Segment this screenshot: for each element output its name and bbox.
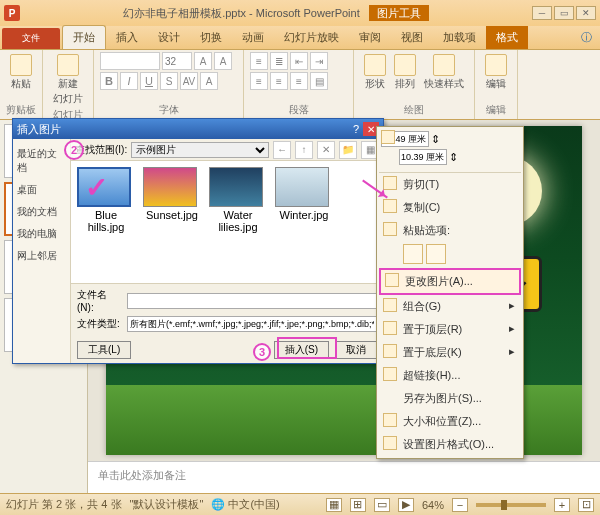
menu-change-picture[interactable]: 更改图片(A)... xyxy=(379,268,521,295)
file-item[interactable]: Winter.jpg xyxy=(275,167,333,221)
menu-format-pic[interactable]: 设置图片格式(O)... xyxy=(379,433,521,456)
app-logo: P xyxy=(4,5,20,21)
insert-button[interactable]: 插入(S) xyxy=(274,341,329,359)
restore-button[interactable]: ▭ xyxy=(554,6,574,20)
filetype-label: 文件类型: xyxy=(77,317,123,331)
delete-icon[interactable]: ✕ xyxy=(317,141,335,159)
dialog-help-icon[interactable]: ? xyxy=(353,123,359,135)
sorter-view-button[interactable]: ⊞ xyxy=(350,498,366,512)
editing-button[interactable]: 编辑 xyxy=(481,52,511,93)
align-left-button[interactable]: ≡ xyxy=(250,72,268,90)
font-family-input[interactable] xyxy=(100,52,160,70)
place-network[interactable]: 网上邻居 xyxy=(15,245,68,267)
tab-view[interactable]: 视图 xyxy=(391,26,433,49)
underline-button[interactable]: U xyxy=(140,72,158,90)
paste-icon xyxy=(383,222,397,236)
shrink-font-icon[interactable]: A xyxy=(214,52,232,70)
tools-button[interactable]: 工具(L) xyxy=(77,341,131,359)
tab-format[interactable]: 格式 xyxy=(486,26,528,49)
minimize-button[interactable]: ─ xyxy=(532,6,552,20)
cancel-button[interactable]: 取消 xyxy=(335,341,377,359)
indent-dec-button[interactable]: ⇤ xyxy=(290,52,308,70)
back-icon xyxy=(383,344,397,358)
height-input[interactable] xyxy=(399,149,447,165)
arrange-button[interactable]: 排列 xyxy=(390,52,420,93)
place-desktop[interactable]: 桌面 xyxy=(15,179,68,201)
tab-file[interactable]: 文件 xyxy=(2,28,60,49)
numbering-button[interactable]: ≣ xyxy=(270,52,288,70)
tab-slideshow[interactable]: 幻灯片放映 xyxy=(274,26,349,49)
tab-addins[interactable]: 加载项 xyxy=(433,26,486,49)
menu-bring-front[interactable]: 置于顶层(R)▸ xyxy=(379,318,521,341)
language-indicator[interactable]: 🌐 中文(中国) xyxy=(211,497,279,512)
paste-opt-1[interactable] xyxy=(403,244,423,264)
help-icon[interactable]: ⓘ xyxy=(575,26,598,49)
filetype-input[interactable] xyxy=(127,316,377,332)
newfolder-icon[interactable]: 📁 xyxy=(339,141,357,159)
dialog-places-bar: 最近的文档 桌面 我的文档 我的电脑 网上邻居 xyxy=(13,139,71,363)
paste-opt-2[interactable] xyxy=(426,244,446,264)
file-item[interactable]: Sunset.jpg xyxy=(143,167,201,221)
fit-button[interactable]: ⊡ xyxy=(578,498,594,512)
zoom-slider[interactable] xyxy=(476,503,546,507)
back-icon[interactable]: ← xyxy=(273,141,291,159)
front-icon xyxy=(383,321,397,335)
shapes-button[interactable]: 形状 xyxy=(360,52,390,93)
columns-button[interactable]: ▤ xyxy=(310,72,328,90)
zoom-in-button[interactable]: + xyxy=(554,498,570,512)
indent-inc-button[interactable]: ⇥ xyxy=(310,52,328,70)
menu-copy[interactable]: 复制(C) xyxy=(379,196,521,219)
reading-view-button[interactable]: ▭ xyxy=(374,498,390,512)
file-item[interactable]: Water lilies.jpg xyxy=(209,167,267,233)
link-icon xyxy=(383,367,397,381)
slide-info: 幻灯片 第 2 张，共 4 张 xyxy=(6,497,122,512)
format-icon xyxy=(383,436,397,450)
picture-tools-label: 图片工具 xyxy=(369,5,429,21)
menu-send-back[interactable]: 置于底层(K)▸ xyxy=(379,341,521,364)
bold-button[interactable]: B xyxy=(100,72,118,90)
align-center-button[interactable]: ≡ xyxy=(270,72,288,90)
menu-group[interactable]: 组合(G)▸ xyxy=(379,295,521,318)
shadow-button[interactable]: AV xyxy=(180,72,198,90)
file-list[interactable]: ✓Blue hills.jpgSunset.jpgWater lilies.jp… xyxy=(71,161,383,283)
callout-2: 2 xyxy=(64,140,84,160)
normal-view-button[interactable]: ▦ xyxy=(326,498,342,512)
clipboard-group-label: 剪贴板 xyxy=(6,103,36,117)
notes-pane[interactable]: 单击此处添加备注 xyxy=(88,461,600,493)
quick-styles-button[interactable]: 快速样式 xyxy=(420,52,468,93)
font-color-button[interactable]: A xyxy=(200,72,218,90)
place-mydocs[interactable]: 我的文档 xyxy=(15,201,68,223)
grow-font-icon[interactable]: A xyxy=(194,52,212,70)
up-icon[interactable]: ↑ xyxy=(295,141,313,159)
menu-hyperlink[interactable]: 超链接(H)... xyxy=(379,364,521,387)
paste-button[interactable]: 粘贴 xyxy=(6,52,36,93)
bullets-button[interactable]: ≡ xyxy=(250,52,268,70)
slideshow-view-button[interactable]: ▶ xyxy=(398,498,414,512)
window-title: 幻亦非电子相册模板.pptx - Microsoft PowerPoint 图片… xyxy=(24,6,528,21)
tab-design[interactable]: 设计 xyxy=(148,26,190,49)
new-slide-button[interactable]: 新建幻灯片 xyxy=(49,52,87,108)
close-button[interactable]: ✕ xyxy=(576,6,596,20)
zoom-out-button[interactable]: − xyxy=(452,498,468,512)
menu-save-as-pic[interactable]: 另存为图片(S)... xyxy=(379,387,521,410)
lookin-select[interactable]: 示例图片 xyxy=(131,142,269,158)
filename-input[interactable] xyxy=(127,293,377,309)
menu-cut[interactable]: 剪切(T) xyxy=(379,173,521,196)
font-size-input[interactable] xyxy=(162,52,192,70)
crop-icon[interactable] xyxy=(381,130,395,144)
editing-group-label: 编辑 xyxy=(481,103,511,117)
file-item[interactable]: ✓Blue hills.jpg xyxy=(77,167,135,233)
strike-button[interactable]: S xyxy=(160,72,178,90)
tab-home[interactable]: 开始 xyxy=(62,25,106,49)
tab-review[interactable]: 审阅 xyxy=(349,26,391,49)
group-icon xyxy=(383,298,397,312)
tab-animations[interactable]: 动画 xyxy=(232,26,274,49)
zoom-percent[interactable]: 64% xyxy=(422,499,444,511)
tab-insert[interactable]: 插入 xyxy=(106,26,148,49)
menu-size-pos[interactable]: 大小和位置(Z)... xyxy=(379,410,521,433)
italic-button[interactable]: I xyxy=(120,72,138,90)
align-right-button[interactable]: ≡ xyxy=(290,72,308,90)
place-mycomp[interactable]: 我的电脑 xyxy=(15,223,68,245)
tab-transitions[interactable]: 切换 xyxy=(190,26,232,49)
place-recent[interactable]: 最近的文档 xyxy=(15,143,68,179)
